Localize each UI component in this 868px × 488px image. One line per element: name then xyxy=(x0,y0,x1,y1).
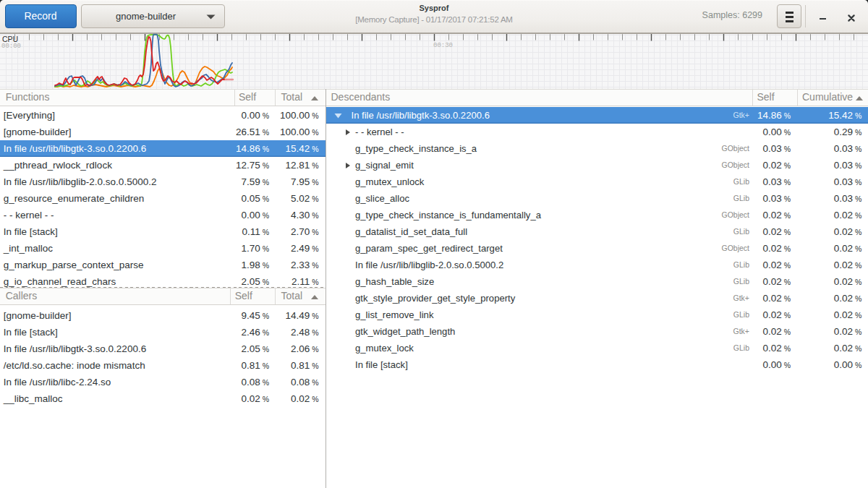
svg-text:00:00: 00:00 xyxy=(1,43,21,50)
svg-text:CPU: CPU xyxy=(2,35,18,43)
svg-text:00:30: 00:30 xyxy=(433,42,453,49)
